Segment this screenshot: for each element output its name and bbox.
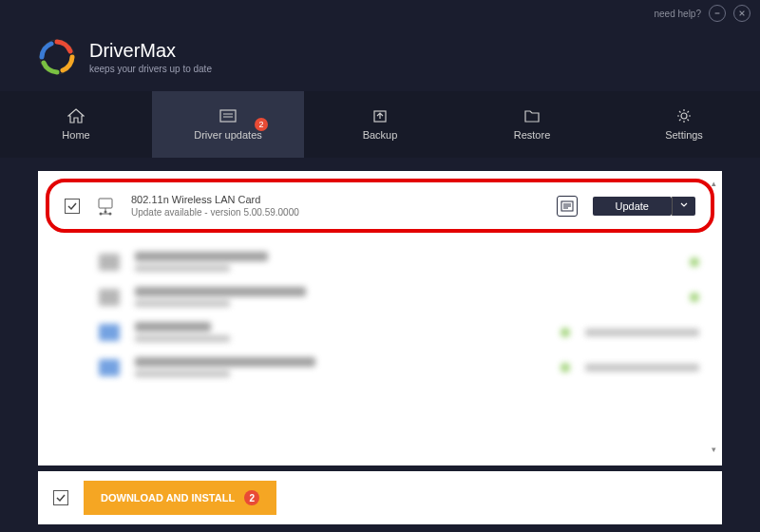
row-text: 802.11n Wireless LAN Card Update availab…: [131, 194, 542, 218]
driver-row-blurred: [46, 314, 714, 350]
nav-label: Settings: [665, 129, 703, 141]
network-card-icon: [95, 196, 116, 217]
gear-icon: [674, 108, 694, 124]
nav-label: Home: [62, 129, 89, 141]
minimize-button[interactable]: [709, 5, 726, 22]
driver-row-blurred: [46, 244, 714, 279]
driver-list: 802.11n Wireless LAN Card Update availab…: [38, 171, 722, 466]
footer: © 2017 DriverMax PRO version 9.17 f g+: [0, 524, 760, 532]
svg-point-13: [109, 212, 112, 215]
nav-label: Driver updates: [194, 129, 262, 141]
nav-label: Backup: [363, 129, 398, 141]
driver-row-blurred: [46, 279, 714, 314]
nav-driver-updates[interactable]: Driver updates 2: [152, 91, 304, 158]
nav-restore[interactable]: Restore: [456, 91, 608, 158]
svg-point-8: [681, 113, 687, 119]
restore-icon: [522, 108, 542, 124]
help-link[interactable]: need help?: [655, 9, 702, 19]
brand-subtitle: keeps your drivers up to date: [89, 64, 212, 74]
svg-rect-4: [220, 110, 236, 122]
app-logo-icon: [38, 38, 76, 76]
brand-title: DriverMax: [89, 40, 212, 62]
download-badge: 2: [244, 490, 259, 505]
navbar: Home Driver updates 2 Backup Restore Set…: [0, 91, 760, 158]
row-checkbox[interactable]: [65, 199, 80, 214]
updates-icon: [218, 108, 238, 124]
header: DriverMax keeps your drivers up to date: [0, 27, 760, 91]
titlebar: need help?: [0, 0, 760, 27]
svg-point-12: [100, 212, 103, 215]
nav-settings[interactable]: Settings: [608, 91, 760, 158]
driver-status: Update available - version 5.00.59.0000: [131, 207, 542, 218]
driver-name: 802.11n Wireless LAN Card: [131, 194, 542, 205]
close-button[interactable]: [733, 5, 750, 22]
scrollbar[interactable]: ▴ ▾: [707, 179, 720, 458]
nav-backup[interactable]: Backup: [304, 91, 456, 158]
download-label: DOWNLOAD AND INSTALL: [101, 492, 235, 504]
select-all-checkbox[interactable]: [53, 490, 68, 505]
home-icon: [66, 108, 86, 124]
scroll-down-icon[interactable]: ▾: [707, 445, 720, 458]
nav-label: Restore: [514, 129, 551, 141]
updates-badge: 2: [255, 118, 268, 131]
scroll-up-icon[interactable]: ▴: [707, 179, 720, 192]
update-button[interactable]: Update: [593, 197, 672, 216]
svg-rect-9: [99, 199, 112, 208]
nav-home[interactable]: Home: [0, 91, 152, 158]
driver-row-blurred: [46, 350, 714, 385]
info-button[interactable]: [557, 196, 578, 217]
download-install-button[interactable]: DOWNLOAD AND INSTALL 2: [84, 481, 276, 515]
driver-row-highlighted: 802.11n Wireless LAN Card Update availab…: [46, 179, 714, 233]
update-dropdown[interactable]: [672, 197, 695, 216]
bottom-bar: DOWNLOAD AND INSTALL 2: [38, 471, 722, 524]
backup-icon: [370, 108, 390, 124]
svg-point-14: [104, 210, 107, 213]
